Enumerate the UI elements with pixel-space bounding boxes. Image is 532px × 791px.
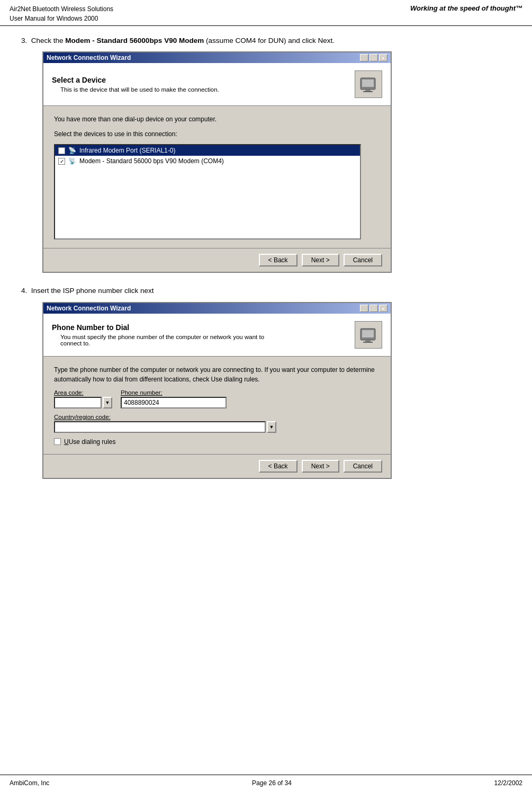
device-label-2: Modem - Standard 56000 bps V90 Modem (CO… xyxy=(79,157,224,165)
wizard-header-subtitle-1: This is the device that will be used to … xyxy=(60,86,219,93)
step-3-text-after: (assume COM4 for DUN) and click Next. xyxy=(204,37,335,45)
phone-number-group: Phone number: xyxy=(121,389,227,408)
wizard-body-2: Phone Number to Dial You must specify th… xyxy=(43,314,391,478)
phone-number-input[interactable] xyxy=(121,397,227,408)
minimize-button-1[interactable]: _ xyxy=(360,54,368,61)
device-list-label: Select the devices to use in this connec… xyxy=(54,129,380,139)
area-code-input-row: ▼ xyxy=(54,397,112,408)
country-input-row: ▼ xyxy=(54,421,380,433)
area-code-label: Area code: xyxy=(54,389,112,396)
wizard-body-text-1: You have more than one dial-up device on… xyxy=(54,114,380,124)
wizard-dialog-1: Network Connection Wizard _ □ × Select a… xyxy=(42,51,392,273)
wizard-header-text-1: Select a Device This is the device that … xyxy=(52,76,219,93)
country-dropdown[interactable]: ▼ xyxy=(267,421,276,433)
device-checkbox-1[interactable] xyxy=(58,147,65,154)
device-icon-2: 📡 xyxy=(68,157,76,165)
page-header: Air2Net Bluetooth Wireless Solutions Use… xyxy=(0,0,532,26)
maximize-button-2[interactable]: □ xyxy=(369,305,378,312)
page-content: 3. Check the Modem - Standard 56000bps V… xyxy=(0,26,532,497)
step-4-text: 4. Insert the ISP phone number click nex… xyxy=(21,286,511,296)
next-button-2[interactable]: Next > xyxy=(302,460,339,473)
wizard-content-2: Type the phone number of the computer or… xyxy=(43,357,391,454)
svg-rect-5 xyxy=(362,330,374,337)
footer-date: 12/2/2002 xyxy=(494,779,522,787)
device-icon-1: 📡 xyxy=(68,147,76,154)
next-button-1[interactable]: Next > xyxy=(302,254,339,266)
area-code-group: Area code: ▼ xyxy=(54,389,112,408)
country-input[interactable] xyxy=(54,421,266,433)
step-3-text-before: Check the xyxy=(31,37,66,45)
step-3: 3. Check the Modem - Standard 56000bps V… xyxy=(21,35,511,273)
step-4: 4. Insert the ISP phone number click nex… xyxy=(21,286,511,478)
country-label: Country/region code: xyxy=(54,414,380,420)
wizard-titlebar-1: Network Connection Wizard _ □ × xyxy=(43,52,391,63)
wizard-body-text-2: Type the phone number of the computer or… xyxy=(54,365,380,384)
wizard-icon-1 xyxy=(355,70,382,98)
cancel-button-1[interactable]: Cancel xyxy=(344,254,382,266)
step-3-text: 3. Check the Modem - Standard 56000bps V… xyxy=(21,35,511,46)
area-code-dropdown[interactable]: ▼ xyxy=(103,397,112,408)
wizard-content-1: You have more than one dial-up device on… xyxy=(43,106,391,248)
close-button-1[interactable]: × xyxy=(379,54,387,61)
phone-number-label: Phone number: xyxy=(121,389,227,396)
wizard-body-1: Select a Device This is the device that … xyxy=(43,63,391,272)
close-button-2[interactable]: × xyxy=(379,305,387,312)
header-line2: User Manual for Windows 2000 xyxy=(10,14,113,23)
step-3-label: 3. xyxy=(21,37,27,45)
wizard-header-text-2: Phone Number to Dial You must specify th… xyxy=(52,323,264,346)
wizard-footer-2: < Back Next > Cancel xyxy=(43,454,391,478)
device-label-1: Infrared Modem Port (SERIAL1-0) xyxy=(79,147,175,154)
device-item-2[interactable]: 📡 Modem - Standard 56000 bps V90 Modem (… xyxy=(55,156,360,166)
step-3-bold: Modem - Standard 56000bps V90 Modem xyxy=(65,37,204,45)
footer-company: AmbiCom, Inc xyxy=(10,779,49,787)
wizard-header-subtitle-2b: connect to. xyxy=(60,340,264,346)
device-item-1[interactable]: 📡 Infrared Modem Port (SERIAL1-0) xyxy=(55,145,360,156)
wizard-title-2: Network Connection Wizard xyxy=(47,305,131,312)
header-tagline: Working at the speed of thought™ xyxy=(410,4,522,12)
use-dialing-checkbox[interactable] xyxy=(54,438,61,445)
wizard-footer-1: < Back Next > Cancel xyxy=(43,248,391,272)
cancel-button-2[interactable]: Cancel xyxy=(344,460,382,473)
wizard-dialog-2: Network Connection Wizard _ □ × Phone Nu… xyxy=(42,302,392,479)
header-left: Air2Net Bluetooth Wireless Solutions Use… xyxy=(10,4,113,23)
use-dialing-row[interactable]: UUse dialing rules xyxy=(54,438,380,446)
svg-rect-3 xyxy=(363,91,373,92)
wizard-header-section-1: Select a Device This is the device that … xyxy=(43,63,391,106)
header-right: Working at the speed of thought™ xyxy=(410,4,522,12)
minimize-button-2[interactable]: _ xyxy=(360,305,368,312)
device-list-box: 📡 Infrared Modem Port (SERIAL1-0) 📡 Mode… xyxy=(54,144,361,239)
device-checkbox-2[interactable] xyxy=(58,158,65,165)
wizard-header-title-2: Phone Number to Dial xyxy=(52,323,264,332)
svg-rect-1 xyxy=(362,79,374,87)
step-4-label: 4. xyxy=(21,287,27,295)
step-4-description: Insert the ISP phone number click next xyxy=(31,287,154,295)
footer-page: Page 26 of 34 xyxy=(252,779,292,787)
header-line1: Air2Net Bluetooth Wireless Solutions xyxy=(10,4,113,14)
area-code-input[interactable] xyxy=(54,397,102,408)
wizard-header-title-1: Select a Device xyxy=(52,76,219,84)
titlebar-buttons-1: _ □ × xyxy=(360,54,387,61)
maximize-button-1[interactable]: □ xyxy=(369,54,378,61)
wizard-title-1: Network Connection Wizard xyxy=(47,54,131,61)
phone-number-input-row xyxy=(121,397,227,408)
wizard-header-section-2: Phone Number to Dial You must specify th… xyxy=(43,314,391,357)
country-group: Country/region code: ▼ xyxy=(54,414,380,433)
svg-rect-7 xyxy=(363,342,373,343)
back-button-2[interactable]: < Back xyxy=(259,460,297,473)
titlebar-buttons-2: _ □ × xyxy=(360,305,387,312)
back-button-1[interactable]: < Back xyxy=(259,254,297,266)
wizard-titlebar-2: Network Connection Wizard _ □ × xyxy=(43,303,391,314)
use-dialing-label: UUse dialing rules xyxy=(64,438,115,446)
phone-form-row: Area code: ▼ Phone number: xyxy=(54,389,380,408)
wizard-header-subtitle-2a: You must specify the phone number of the… xyxy=(60,334,264,340)
wizard-icon-2 xyxy=(355,321,382,349)
page-footer: AmbiCom, Inc Page 26 of 34 12/2/2002 xyxy=(0,775,532,791)
